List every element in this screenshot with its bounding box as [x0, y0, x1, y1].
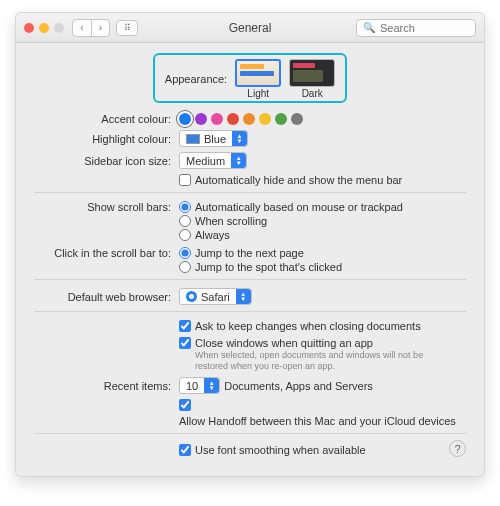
chevron-updown-icon: ▲▼	[231, 153, 246, 168]
accent-purple[interactable]	[195, 113, 207, 125]
chevron-updown-icon: ▲▼	[232, 131, 247, 146]
accent-green[interactable]	[275, 113, 287, 125]
recent-suffix: Documents, Apps and Servers	[224, 380, 373, 392]
appearance-highlight: Appearance: Light Dark	[153, 53, 347, 103]
color-chip-icon	[186, 134, 200, 144]
sidebar-value: Medium	[180, 155, 231, 167]
click-radio-next[interactable]	[179, 247, 191, 259]
click-sb-opt1[interactable]: Jump to the next page	[179, 247, 304, 259]
chevron-updown-icon: ▲▼	[236, 289, 251, 304]
scroll-opt1[interactable]: Automatically based on mouse or trackpad	[179, 201, 403, 213]
scroll-radio-when[interactable]	[179, 215, 191, 227]
recent-value: 10	[180, 380, 204, 392]
handoff-checkbox[interactable]	[179, 399, 191, 411]
forward-button[interactable]: ›	[91, 20, 109, 36]
help-button[interactable]: ?	[449, 440, 466, 457]
font-smooth-checkbox[interactable]	[179, 444, 191, 456]
search-field[interactable]: 🔍	[356, 19, 476, 37]
safari-icon	[186, 291, 197, 302]
close-win-checkbox[interactable]	[179, 337, 191, 349]
ask-keep-label: Ask to keep changes when closing documen…	[195, 320, 421, 332]
browser-popup[interactable]: Safari ▲▼	[179, 288, 252, 305]
show-all-button[interactable]: ⠿	[116, 20, 138, 36]
accent-blue[interactable]	[179, 113, 191, 125]
click-radio-spot[interactable]	[179, 261, 191, 273]
highlight-label: Highlight colour:	[34, 133, 179, 145]
appearance-dark[interactable]: Dark	[289, 59, 335, 99]
highlight-value: Blue	[204, 133, 226, 145]
font-smooth-label: Use font smoothing when available	[195, 444, 366, 456]
appearance-label: Appearance:	[165, 73, 227, 85]
accent-label: Accent colour:	[34, 113, 179, 125]
browser-label: Default web browser:	[34, 291, 179, 303]
dark-label: Dark	[302, 88, 323, 99]
recent-popup[interactable]: 10 ▲▼	[179, 377, 220, 394]
menubar-hide-checkbox[interactable]	[179, 174, 191, 186]
search-input[interactable]	[378, 21, 468, 35]
appearance-light[interactable]: Light	[235, 59, 281, 99]
light-thumb-icon	[235, 59, 281, 87]
accent-yellow[interactable]	[259, 113, 271, 125]
accent-swatches	[179, 113, 466, 125]
minimize-icon[interactable]	[39, 23, 49, 33]
menubar-hide-label: Automatically hide and show the menu bar	[195, 174, 402, 186]
titlebar: ‹ › ⠿ General 🔍	[16, 13, 484, 43]
ask-keep-checkbox[interactable]	[179, 320, 191, 332]
scroll-label: Show scroll bars:	[34, 201, 179, 213]
click-sb-opt2[interactable]: Jump to the spot that's clicked	[179, 261, 342, 273]
recent-label: Recent items:	[34, 380, 179, 392]
close-icon[interactable]	[24, 23, 34, 33]
nav-buttons: ‹ ›	[72, 19, 110, 37]
close-win-label: Close windows when quitting an app	[195, 337, 373, 349]
preferences-window: ‹ › ⠿ General 🔍 Appearance: Light Dark	[15, 12, 485, 477]
accent-orange[interactable]	[243, 113, 255, 125]
light-label: Light	[247, 88, 269, 99]
search-icon: 🔍	[363, 22, 375, 33]
scroll-opt2[interactable]: When scrolling	[179, 215, 267, 227]
scroll-radio-always[interactable]	[179, 229, 191, 241]
accent-pink[interactable]	[211, 113, 223, 125]
browser-value: Safari	[201, 291, 230, 303]
traffic-lights	[24, 23, 64, 33]
highlight-popup[interactable]: Blue ▲▼	[179, 130, 248, 147]
sidebar-popup[interactable]: Medium ▲▼	[179, 152, 247, 169]
handoff-label: Allow Handoff between this Mac and your …	[179, 415, 456, 427]
sidebar-label: Sidebar icon size:	[34, 155, 179, 167]
chevron-updown-icon: ▲▼	[204, 378, 219, 393]
content: Appearance: Light Dark Accent colour:	[16, 43, 484, 476]
click-sb-label: Click in the scroll bar to:	[34, 247, 179, 259]
accent-red[interactable]	[227, 113, 239, 125]
close-win-subtext: When selected, open documents and window…	[179, 350, 449, 372]
scroll-opt3[interactable]: Always	[179, 229, 230, 241]
maximize-icon[interactable]	[54, 23, 64, 33]
back-button[interactable]: ‹	[73, 20, 91, 36]
scroll-radio-auto[interactable]	[179, 201, 191, 213]
dark-thumb-icon	[289, 59, 335, 87]
accent-grey[interactable]	[291, 113, 303, 125]
